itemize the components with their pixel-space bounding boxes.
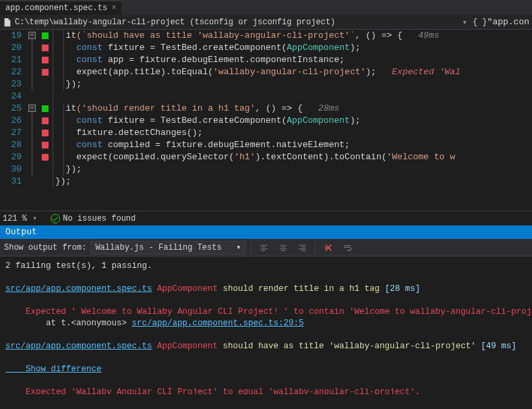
brace-icon: { } [473,18,487,27]
file-tab[interactable]: app.component.spec.ts × [0,1,121,15]
output-toolbar: Show output from: Wallaby.js - Failing T… [0,239,532,256]
line-number: 20 [0,42,22,54]
fail-indicator-icon [42,142,49,148]
line-numbers: 19 20 21 22 23 24 25 26 27 28 29 30 31 [0,30,27,211]
line-number: 22 [0,66,22,78]
fold-toggle[interactable]: − [28,32,36,39]
code-area[interactable]: it(`should have as title 'wallaby-angula… [53,30,532,211]
output-line [5,272,527,283]
code-line: }); [55,175,532,188]
indent-left-icon[interactable] [257,241,272,254]
chevron-down-icon[interactable]: ▾ [462,17,467,28]
indent-guide [63,30,64,90]
issues-status: No issues found [63,214,136,223]
output-line [5,352,527,364]
line-number: 26 [0,115,22,127]
code-line: expect(compiled.querySelector('h1').text… [55,151,532,163]
file-link[interactable]: src/app/app.component.spec.ts [5,342,152,351]
line-number: 31 [0,175,22,188]
output-line: src/app/app.component.spec.ts AppCompone… [5,283,527,295]
zoom-level[interactable]: 121 % [3,214,27,223]
line-number: 27 [0,127,22,139]
indicator-column [40,30,53,211]
indent-center-icon[interactable] [276,241,291,254]
line-number: 24 [0,90,22,103]
line-number: 21 [0,54,22,66]
code-line: }); [55,163,532,175]
fail-indicator-icon [42,154,49,161]
code-line: it('should render title in a h1 tag', ()… [55,103,532,115]
breadcrumb-path[interactable]: C:\temp\wallaby-angular-cli-project (tsc… [15,18,462,27]
code-line: expect(app.title).toEqual('wallaby-angul… [55,66,532,78]
output-source-select[interactable]: Wallaby.js - Failing Tests ▾ [90,241,245,254]
tab-bar: app.component.spec.ts × [0,0,532,15]
breadcrumb-context[interactable]: "app.con [487,17,529,27]
line-number: 30 [0,163,22,175]
editor-gutter: 19 20 21 22 23 24 25 26 27 28 29 30 31 −… [0,30,53,211]
output-line: Show difference [5,364,527,375]
fail-indicator-icon [42,130,49,136]
code-line: fixture.detectChanges(); [55,127,532,139]
code-line: const app = fixture.debugElement.compone… [55,54,532,66]
divider [251,242,252,254]
line-number: 29 [0,151,22,163]
wrap-icon[interactable] [340,241,355,254]
output-line [5,375,527,387]
fold-line [32,39,32,90]
indent-guide [63,103,64,175]
output-line: Expected ' Welcome to Wallaby Angular CL… [5,306,527,318]
output-line [5,329,527,341]
pass-indicator-icon [42,105,49,112]
fail-indicator-icon [42,69,49,76]
chevron-down-icon[interactable]: ▾ [32,213,37,223]
code-line: it(`should have as title 'wallaby-angula… [55,30,532,42]
line-number: 28 [0,139,22,151]
output-line: Expected 'Wallaby Angular CLI Project' t… [5,387,527,394]
fold-line [32,112,32,175]
divider [315,242,316,254]
code-editor[interactable]: 19 20 21 22 23 24 25 26 27 28 29 30 31 −… [0,30,532,211]
line-number: 25 [0,103,22,115]
file-link[interactable]: src/app/app.component.spec.ts:29:5 [132,319,304,328]
tab-title: app.component.spec.ts [5,3,107,13]
select-value: Wallaby.js - Failing Tests [95,243,221,252]
show-difference-link[interactable]: Show difference [5,364,102,374]
code-line: const compiled = fixture.debugElement.na… [55,139,532,151]
fail-indicator-icon [42,117,49,124]
file-icon [3,18,12,27]
line-number: 23 [0,78,22,90]
code-line: }); [55,78,532,90]
line-number: 19 [0,30,22,42]
output-line [5,295,527,306]
code-line: const fixture = TestBed.createComponent(… [55,42,532,54]
indent-guide [53,30,53,188]
output-line: 2 failing test(s), 1 passing. [5,261,527,272]
output-source-label: Show output from: [4,243,86,252]
indent-right-icon[interactable] [295,241,309,254]
chevron-down-icon: ▾ [236,242,241,252]
fold-column: − − [27,30,40,211]
fail-indicator-icon [42,57,49,63]
fail-indicator-icon [42,45,49,51]
output-panel-header[interactable]: Output [0,225,532,239]
clear-icon[interactable] [321,241,336,254]
pass-indicator-icon [42,32,49,39]
check-circle-icon [51,214,60,223]
output-line: src/app/app.component.spec.ts AppCompone… [5,341,527,352]
breadcrumb-bar: C:\temp\wallaby-angular-cli-project (tsc… [0,15,532,30]
output-body[interactable]: 2 failing test(s), 1 passing. src/app/ap… [0,256,532,394]
output-line: at t.<anonymous> src/app/app.component.s… [5,318,527,329]
status-bar: 121 % ▾ No issues found [0,211,532,225]
close-icon[interactable]: × [111,3,116,13]
file-link[interactable]: src/app/app.component.spec.ts [5,284,152,294]
code-line: const fixture = TestBed.createComponent(… [55,115,532,127]
code-line [55,90,532,103]
fold-toggle[interactable]: − [28,105,36,112]
